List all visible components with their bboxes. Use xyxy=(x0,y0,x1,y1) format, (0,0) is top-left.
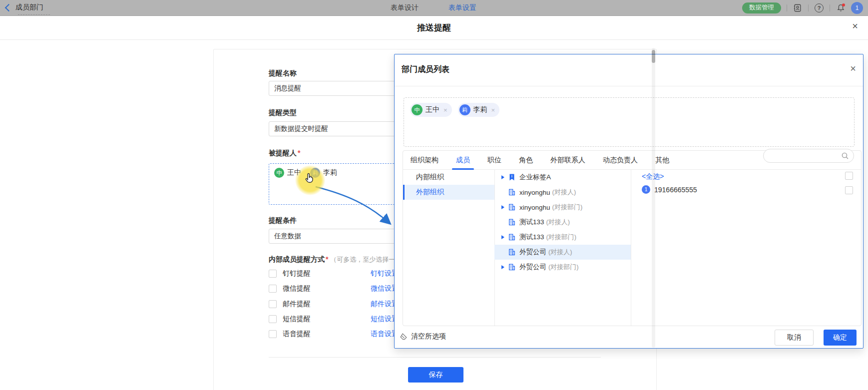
tree-item[interactable]: 测试133 (对接人) xyxy=(494,215,631,230)
confirm-button[interactable]: 确定 xyxy=(824,330,857,346)
modal-close-icon[interactable]: × xyxy=(850,63,856,73)
tab-position[interactable]: 职位 xyxy=(487,156,501,165)
clear-icon xyxy=(400,333,408,341)
building-icon xyxy=(508,218,516,226)
expand-icon[interactable] xyxy=(501,265,504,269)
page-close-icon[interactable]: × xyxy=(852,21,858,31)
required-asterisk: * xyxy=(326,255,328,263)
member-checkbox[interactable] xyxy=(845,186,853,194)
selected-member-name: 李莉 xyxy=(473,105,487,114)
org-group-internal[interactable]: 内部组织 xyxy=(403,170,494,185)
divider xyxy=(830,4,830,11)
search-input[interactable] xyxy=(763,149,854,163)
search-icon xyxy=(841,152,849,160)
remove-tag-icon[interactable]: × xyxy=(491,106,495,114)
tab-other[interactable]: 其他 xyxy=(655,156,669,165)
avatar: 中 xyxy=(274,168,284,178)
org-group-external[interactable]: 外部组织 xyxy=(403,185,494,200)
back-chevron-icon xyxy=(5,3,13,11)
member-list: <全选> 1 19166665555 xyxy=(631,170,861,326)
member-row[interactable]: 1 19166665555 xyxy=(642,185,697,194)
field-label-recipients: 被提醒人* xyxy=(269,149,300,158)
avatar: 莉 xyxy=(310,168,320,178)
select-all-checkbox[interactable] xyxy=(845,172,853,180)
bookmark-icon xyxy=(508,173,516,181)
divider xyxy=(787,4,787,11)
method-row: 微信提醒 微信设置 xyxy=(269,284,311,294)
building-icon xyxy=(508,263,516,271)
tree-item[interactable]: 测试133 (对接部门) xyxy=(494,230,631,245)
tab-role[interactable]: 角色 xyxy=(519,156,533,165)
page-title: 推送提醒 xyxy=(0,22,868,33)
dingtalk-checkbox[interactable] xyxy=(269,270,277,278)
avatar: 莉 xyxy=(459,104,470,115)
required-asterisk: * xyxy=(298,149,300,157)
nav-tab-form-settings[interactable]: 表单设置 xyxy=(448,3,476,12)
department-member-modal: 部门成员列表 × 中 王中 × 莉 李莉 × 组织架构 成员 职位 角色 外部联… xyxy=(394,54,864,349)
tab-org-structure[interactable]: 组织架构 xyxy=(411,156,438,165)
notification-bell-icon[interactable] xyxy=(836,3,846,13)
field-label-type: 提醒类型 xyxy=(269,108,297,117)
selected-member-name: 王中 xyxy=(426,105,439,114)
sms-checkbox[interactable] xyxy=(269,315,277,323)
tab-external-contacts[interactable]: 外部联系人 xyxy=(550,156,585,165)
nav-tab-form-design[interactable]: 表单设计 xyxy=(391,3,419,12)
tree-item[interactable]: 外贸公司 (对接部门) xyxy=(494,260,631,275)
building-icon xyxy=(508,203,516,211)
divider xyxy=(808,4,809,11)
selected-member-tag[interactable]: 中 王中 × xyxy=(410,103,452,117)
back-label-underline xyxy=(18,14,50,15)
member-label: 19166665555 xyxy=(654,186,697,194)
selected-member-tag[interactable]: 莉 李莉 × xyxy=(458,103,500,117)
tree-item[interactable]: xinyonghu (对接部门) xyxy=(494,200,631,215)
method-row: 短信提醒 短信设置 xyxy=(269,314,311,324)
method-row: 语音提醒 语音设置 xyxy=(269,329,311,339)
selected-members-box: 中 王中 × 莉 李莉 × xyxy=(404,97,855,147)
tree-item-selected[interactable]: 外贸公司 (对接人) xyxy=(494,245,631,260)
divider xyxy=(269,357,601,358)
org-group-list: 内部组织 外部组织 xyxy=(403,170,495,326)
expand-icon[interactable] xyxy=(501,235,504,239)
picker-panel: 组织架构 成员 职位 角色 外部联系人 动态负责人 其他 内部组织 外部组织 企… xyxy=(403,150,862,326)
recipient-name: 李莉 xyxy=(323,168,337,177)
building-icon xyxy=(508,248,516,256)
tab-dynamic-owner[interactable]: 动态负责人 xyxy=(603,156,638,165)
wechat-checkbox[interactable] xyxy=(269,285,277,293)
contacts-icon[interactable] xyxy=(793,3,803,13)
expand-icon[interactable] xyxy=(501,205,504,209)
data-manage-button[interactable]: 数据管理 xyxy=(742,2,781,13)
field-label-name: 提醒名称 xyxy=(269,69,297,78)
cancel-button[interactable]: 取消 xyxy=(775,330,814,346)
avatar: 1 xyxy=(642,185,650,194)
user-avatar[interactable]: 1 xyxy=(851,2,863,14)
building-icon xyxy=(508,233,516,241)
scrollbar-track[interactable] xyxy=(652,48,655,348)
modal-title: 部门成员列表 xyxy=(402,64,449,75)
tree-item-enterprise-tag[interactable]: 企业标签A xyxy=(494,170,631,185)
back-label: 成员部门 xyxy=(15,3,43,12)
method-row: 邮件提醒 邮件设置 xyxy=(269,299,311,309)
tab-members[interactable]: 成员 xyxy=(456,156,470,165)
page-header: 推送提醒 × xyxy=(0,15,868,40)
clear-selection-button[interactable]: 清空所选项 xyxy=(400,332,446,341)
voice-checkbox[interactable] xyxy=(269,330,277,338)
help-icon[interactable]: ? xyxy=(814,3,824,13)
picker-tabs: 组织架构 成员 职位 角色 外部联系人 动态负责人 其他 xyxy=(403,151,861,170)
field-label-condition: 提醒条件 xyxy=(269,216,297,225)
save-button[interactable]: 保存 xyxy=(408,367,463,383)
recipient-name: 王中 xyxy=(287,168,301,177)
recipient-tag[interactable]: 莉 李莉 xyxy=(310,168,337,178)
recipient-tag[interactable]: 中 王中 xyxy=(274,168,301,178)
scrollbar-thumb[interactable] xyxy=(652,50,655,63)
method-row: 钉钉提醒 钉钉设置 xyxy=(269,269,311,279)
topbar-right-cluster: 数据管理 ? 1 xyxy=(742,0,863,15)
expand-icon[interactable] xyxy=(501,175,504,179)
building-icon xyxy=(508,188,516,196)
divider xyxy=(395,86,863,86)
top-bar: 成员部门 表单设计 表单设置 数据管理 ? 1 xyxy=(0,0,868,16)
back-button[interactable]: 成员部门 xyxy=(6,3,43,12)
avatar: 中 xyxy=(412,104,423,115)
email-checkbox[interactable] xyxy=(269,300,277,308)
remove-tag-icon[interactable]: × xyxy=(443,106,447,114)
tree-item[interactable]: xinyonghu (对接人) xyxy=(494,185,631,200)
